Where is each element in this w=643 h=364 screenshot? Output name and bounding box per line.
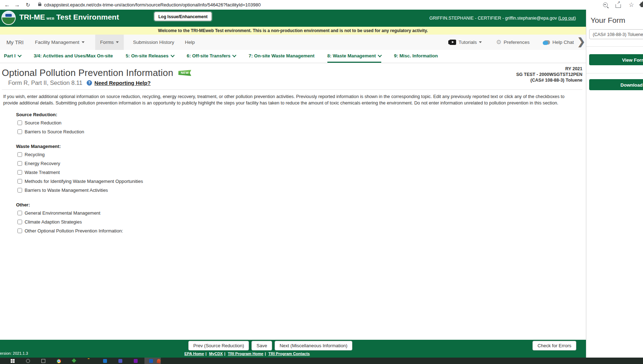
checkbox-row-climate-adaption[interactable]: Climate Adaption Strategies (16, 217, 586, 226)
epa-home-link[interactable]: EPA Home (184, 352, 204, 356)
tab-onsite-releases[interactable]: 5: On-site Releases (126, 50, 174, 63)
checkbox[interactable] (17, 211, 22, 215)
chevron-down-icon (233, 53, 236, 57)
intro-paragraph: If you wish, enter additional optional i… (3, 94, 579, 106)
user-name: GRIFFIN.STEPHANIE - CERTIFIER - griffin.… (429, 16, 560, 21)
checkbox[interactable] (17, 188, 22, 193)
word-icon[interactable] (149, 359, 153, 363)
tab-label: 9: Misc. Information (394, 53, 438, 58)
checkbox[interactable] (17, 220, 22, 224)
facility-id: SG TEST - 2000WSGTST12PEN (516, 72, 582, 77)
pollution-prevention-sections: Source Reduction: Source Reduction Barri… (16, 112, 586, 235)
chevron-right-icon[interactable]: ❯ (577, 36, 585, 47)
nav-right: Tutorials ⚙ Preferences Help Chat (449, 35, 574, 50)
checkbox[interactable] (17, 129, 22, 134)
mycdx-link[interactable]: MyCDX (209, 352, 223, 356)
video-icon (449, 40, 456, 45)
tab-misc-information[interactable]: 9: Misc. Information (394, 50, 438, 63)
brand-web: WEB (46, 17, 55, 20)
search-icon[interactable] (26, 359, 30, 363)
save-button[interactable]: Save (251, 341, 272, 350)
tab-activities-uses[interactable]: 3/4: Activities and Uses/Max On-site (34, 50, 113, 63)
teams-icon[interactable] (118, 359, 122, 363)
tri-program-contacts-link[interactable]: TRI Program Contacts (269, 352, 310, 356)
chrome-icon[interactable] (57, 359, 61, 363)
windows-taskbar (0, 358, 643, 364)
zoom-icon[interactable] (603, 2, 608, 7)
checkbox-row-recycling[interactable]: Recycling (16, 150, 586, 159)
checkbox[interactable] (17, 161, 22, 166)
link-separator: | (224, 352, 225, 356)
share-icon[interactable] (616, 4, 621, 8)
chevron-down-icon (82, 41, 85, 43)
active-app-icon[interactable] (157, 359, 161, 363)
tri-program-home-link[interactable]: TRI Program Home (228, 352, 264, 356)
checkbox-row-general-environmental[interactable]: General Environmental Management (16, 209, 586, 217)
checkbox[interactable] (17, 229, 22, 233)
extensions-puzzle-icon[interactable] (641, 2, 643, 7)
checkbox-row-other-optional[interactable]: Other Optional Pollution Prevention Info… (16, 226, 586, 235)
browser-forward-icon[interactable]: → (14, 0, 20, 10)
checkbox[interactable] (17, 121, 22, 125)
windows-start-icon[interactable] (11, 359, 15, 363)
outlook-icon[interactable] (103, 359, 107, 363)
prev-button[interactable]: Prev (Source Reduction) (188, 341, 249, 350)
nav-item-submission-history[interactable]: Submission History (133, 35, 174, 50)
checkbox[interactable] (17, 179, 22, 184)
user-suffix: ) (575, 16, 576, 21)
nav-label: Preferences (504, 40, 530, 45)
ssl-lock-icon[interactable] (38, 4, 41, 6)
checkbox-row-source-reduction[interactable]: Source Reduction (16, 118, 586, 127)
checkbox-row-barriers-waste-management[interactable]: Barriers to Waste Management Activities (16, 186, 586, 195)
section-heading-other: Other: (16, 202, 586, 207)
nav-item-tutorials[interactable]: Tutorials (449, 40, 482, 45)
footer-action-bar: Prev (Source Reduction) Save Next (Misce… (0, 340, 586, 358)
browser-reload-icon[interactable]: ↻ (26, 2, 30, 8)
checkbox[interactable] (17, 152, 22, 157)
page-subtitle: Form R, Part II, Section 8.11 (8, 80, 82, 86)
tab-onsite-waste-management[interactable]: 7: On-site Waste Management (249, 50, 314, 63)
nav-label: Facility Management (35, 40, 80, 45)
checkbox-row-energy-recovery[interactable]: Energy Recovery (16, 159, 586, 168)
nav-item-preferences[interactable]: ⚙ Preferences (496, 39, 530, 45)
log-issue-button[interactable]: Log Issue/Enhancement (154, 12, 212, 21)
chevron-down-icon (17, 53, 21, 57)
address-bar[interactable]: cdxappstest.epacdx.net/cdx-trime-uni/act… (44, 2, 261, 7)
logout-link[interactable]: Log out (560, 16, 575, 21)
checkbox[interactable] (17, 170, 22, 175)
nav-item-help[interactable]: Help (185, 35, 195, 50)
next-button[interactable]: Next (Miscellaneous Information) (275, 341, 352, 350)
tab-label: 8: Waste Management (327, 53, 376, 58)
app-title: TRI-ME WEB Test Environment (19, 13, 119, 21)
tab-part-i[interactable]: Part I (4, 50, 21, 63)
form-select[interactable]: (CAS# 108-88-3) Toluene (589, 29, 643, 39)
check-for-errors-button[interactable]: Check for Errors (532, 341, 576, 350)
checkbox-row-methods-identifying[interactable]: Methods for Identifying Waste Management… (16, 177, 586, 186)
task-view-icon[interactable] (41, 359, 45, 363)
new-flag-badge: NEW (178, 70, 191, 76)
nav-item-help-chat[interactable]: Help Chat (544, 40, 574, 45)
checkbox-row-barriers-source-reduction[interactable]: Barriers to Source Reduction (16, 127, 586, 136)
question-mark-icon[interactable]: ? (87, 80, 92, 86)
sidebar-title: Your Form (591, 16, 625, 25)
nav-item-facility-management[interactable]: Facility Management (35, 35, 85, 50)
nav-item-my-tri[interactable]: My TRI (6, 35, 24, 50)
onenote-icon[interactable] (134, 359, 138, 363)
checkbox-label: Other Optional Pollution Prevention Info… (25, 228, 123, 234)
checkbox-label: General Environmental Management (25, 210, 100, 216)
nav-item-forms[interactable]: Forms (95, 35, 124, 50)
checkbox-row-waste-treatment[interactable]: Waste Treatment (16, 168, 586, 177)
form-tab-bar: Part I 3/4: Activities and Uses/Max On-s… (0, 50, 586, 63)
need-reporting-help-link[interactable]: Need Reporting Help? (95, 80, 151, 86)
bookmark-star-icon[interactable]: ☆ (629, 0, 634, 10)
diamond-app-icon[interactable] (72, 358, 76, 363)
download-xml-button[interactable]: Download X (589, 79, 643, 90)
tab-label: 3/4: Activities and Uses/Max On-site (34, 53, 113, 58)
tab-offsite-transfers[interactable]: 6: Off-site Transfers (187, 50, 236, 63)
browser-back-icon[interactable]: ← (4, 0, 10, 10)
view-form-button[interactable]: View Form (589, 54, 643, 65)
chevron-down-icon (170, 53, 174, 57)
browser-actions: ☆ (603, 0, 643, 10)
tab-waste-management[interactable]: 8: Waste Management (327, 50, 381, 63)
divider (586, 73, 643, 73)
